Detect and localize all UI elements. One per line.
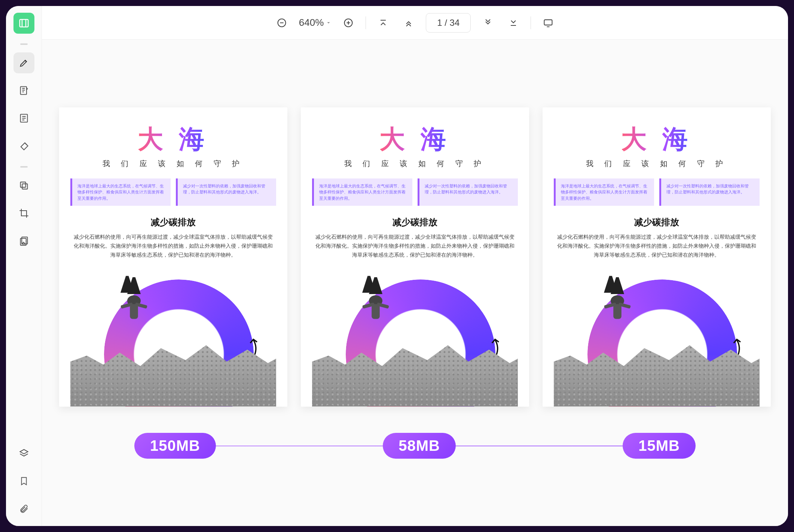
zoom-out-button[interactable] <box>274 15 290 31</box>
doc-info-box: 海洋是地球上最大的生态系统，在气候调节、生物多样性保护、粮食供应和人类生计方面发… <box>312 178 412 206</box>
sidebar <box>6 6 42 526</box>
next-page-button[interactable] <box>480 15 496 31</box>
doc-illustration <box>70 267 276 406</box>
svg-rect-1 <box>20 87 26 95</box>
doc-paragraph: 减少化石燃料的使用，向可再生能源过渡，减少全球温室气体排放，以帮助减缓气候变化和… <box>554 233 760 259</box>
copy-tool-icon[interactable] <box>13 175 34 196</box>
top-toolbar: 640% 1 / 34 <box>42 6 788 40</box>
page-indicator-text: 1 / 34 <box>437 18 459 28</box>
separator <box>20 166 28 168</box>
size-badge: 15MB <box>623 433 696 459</box>
toolbar-divider <box>531 16 531 29</box>
svg-rect-4 <box>20 182 25 187</box>
page-indicator[interactable]: 1 / 34 <box>426 13 471 33</box>
attachment-icon[interactable] <box>13 498 34 519</box>
document-preview[interactable]: 大 海 我 们 应 该 如 何 守 护 海洋是地球上最大的生态系统，在气候调节、… <box>301 107 529 407</box>
documents-row: 大 海 我 们 应 该 如 何 守 护 海洋是地球上最大的生态系统，在气候调节、… <box>59 107 771 407</box>
doc-info-box: 减少对一次性塑料的依赖，加强废物回收和管理，防止塑料和其他形式的废物进入海洋。 <box>176 178 276 206</box>
svg-rect-0 <box>19 19 28 27</box>
doc-title: 大 海 <box>621 122 693 156</box>
zoom-value: 640% <box>299 17 324 28</box>
doc-heading: 减少碳排放 <box>151 216 196 228</box>
svg-rect-11 <box>130 304 138 319</box>
document-preview[interactable]: 大 海 我 们 应 该 如 何 守 护 海洋是地球上最大的生态系统，在气候调节、… <box>543 107 771 407</box>
annotate-tool-icon[interactable] <box>13 80 34 101</box>
separator <box>20 43 28 45</box>
app-window: 640% 1 / 34 <box>6 6 788 526</box>
prev-page-button[interactable] <box>400 15 417 31</box>
layers-icon[interactable] <box>13 443 34 464</box>
crop-tool-icon[interactable] <box>13 203 34 224</box>
size-badges-row: 150MB 58MB 15MB <box>134 433 696 459</box>
doc-paragraph: 减少化石燃料的使用，向可再生能源过渡，减少全球温室气体排放，以帮助减缓气候变化和… <box>312 233 518 259</box>
pages-tool-icon[interactable] <box>13 230 34 251</box>
highlighter-tool-icon[interactable] <box>13 52 34 73</box>
doc-title: 大 海 <box>138 122 209 156</box>
outline-tool-icon[interactable] <box>13 108 34 129</box>
doc-subtitle: 我 们 应 该 如 何 守 护 <box>344 159 486 169</box>
doc-heading: 减少碳排放 <box>634 216 679 228</box>
zoom-in-button[interactable] <box>340 15 357 31</box>
zoom-level[interactable]: 640% <box>299 17 332 28</box>
doc-illustration <box>554 267 760 406</box>
first-page-button[interactable] <box>375 15 391 31</box>
svg-rect-15 <box>372 304 380 319</box>
toolbar-divider <box>366 16 366 29</box>
size-badge: 150MB <box>134 433 216 459</box>
doc-subtitle: 我 们 应 该 如 何 守 护 <box>103 159 244 169</box>
doc-heading: 减少碳排放 <box>393 216 437 228</box>
diver-icon <box>100 270 168 338</box>
diver-icon <box>584 270 651 338</box>
doc-info-box: 减少对一次性塑料的依赖，加强废物回收和管理，防止塑料和其他形式的废物进入海洋。 <box>659 178 760 206</box>
size-badge: 58MB <box>383 433 456 459</box>
document-preview[interactable]: 大 海 我 们 应 该 如 何 守 护 海洋是地球上最大的生态系统，在气候调节、… <box>59 107 287 407</box>
canvas[interactable]: 大 海 我 们 应 该 如 何 守 护 海洋是地球上最大的生态系统，在气候调节、… <box>42 40 788 526</box>
doc-info-box: 减少对一次性塑料的依赖，加强废物回收和管理，防止塑料和其他形式的废物进入海洋。 <box>418 178 518 206</box>
last-page-button[interactable] <box>505 15 522 31</box>
doc-info-box: 海洋是地球上最大的生态系统，在气候调节、生物多样性保护、粮食供应和人类生计方面发… <box>70 178 171 206</box>
svg-rect-19 <box>613 304 622 319</box>
doc-title: 大 海 <box>379 122 451 156</box>
doc-subtitle: 我 们 应 该 如 何 守 护 <box>586 159 728 169</box>
svg-rect-9 <box>544 19 552 25</box>
doc-paragraph: 减少化石燃料的使用，向可再生能源过渡，减少全球温室气体排放，以帮助减缓气候变化和… <box>70 233 276 259</box>
diver-icon <box>342 270 409 338</box>
bookmark-icon[interactable] <box>13 471 34 492</box>
present-button[interactable] <box>540 15 556 31</box>
dropdown-caret-icon <box>326 20 331 25</box>
svg-rect-3 <box>22 184 27 189</box>
doc-info-box: 海洋是地球上最大的生态系统，在气候调节、生物多样性保护、粮食供应和人类生计方面发… <box>554 178 654 206</box>
fill-tool-icon[interactable] <box>13 135 34 156</box>
app-logo-icon[interactable] <box>13 13 34 34</box>
doc-illustration <box>312 267 518 406</box>
main-area: 640% 1 / 34 <box>42 6 788 526</box>
